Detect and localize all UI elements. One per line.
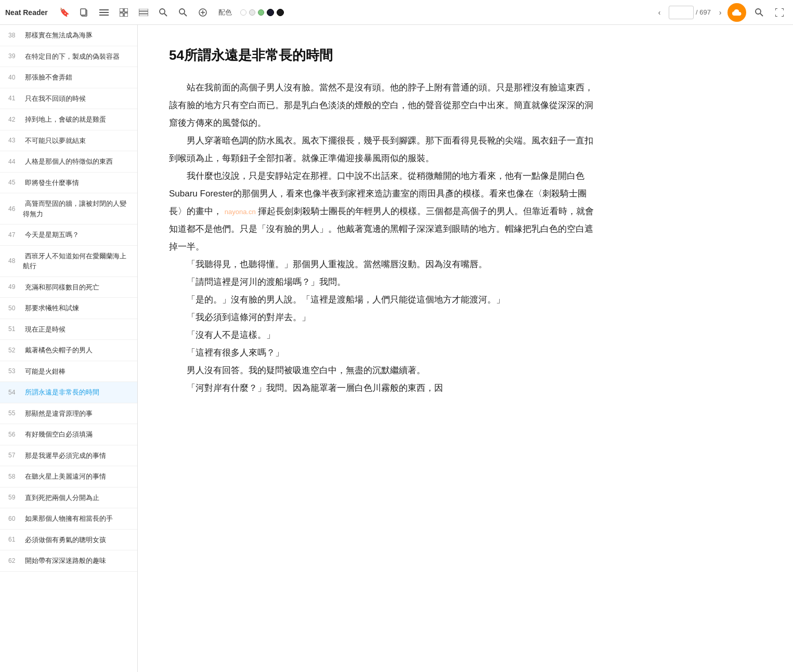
- reader-paragraph: 「我聽得見，也聽得懂。」那個男人重複說。當然嘴唇沒動。因為沒有嘴唇。: [169, 256, 595, 273]
- chapter-title: 54所謂永遠是非常長的時間: [169, 46, 762, 64]
- sidebar-item[interactable]: 61 必須做個有勇氣的聰明女孩: [0, 530, 137, 551]
- svg-line-20: [760, 14, 763, 16]
- sidebar-item[interactable]: 44 人格是那個人的特徵似的東西: [0, 151, 137, 173]
- chapter-num-label: 59: [8, 493, 23, 502]
- reader-paragraph: 「我必須到這條河的對岸去。」: [169, 309, 595, 326]
- chapter-num-label: 42: [8, 115, 23, 124]
- chapter-num-label: 38: [8, 31, 23, 40]
- sidebar-item[interactable]: 62 開始帶有深深迷路般的趣味: [0, 550, 137, 572]
- sidebar-item[interactable]: 50 那要求犧牲和試煉: [0, 298, 137, 319]
- svg-point-14: [179, 9, 185, 14]
- sidebar-item[interactable]: 46 高聳而堅固的牆，讓被封閉的人變得無力: [0, 193, 137, 225]
- color-dot-dark[interactable]: [267, 9, 274, 16]
- copy-icon[interactable]: [76, 4, 93, 21]
- main-layout: 38 那樣實在無法成為海豚39 在特定目的下，製成的偽裝容器40 那張臉不會弄錯…: [0, 25, 793, 672]
- next-page-button[interactable]: ›: [713, 5, 727, 20]
- titlebar-right: [727, 3, 788, 22]
- sidebar-item[interactable]: 47 今天是星期五嗎？: [0, 225, 137, 246]
- toolbar-icons: 🔖 配色: [56, 4, 649, 21]
- color-dot-black[interactable]: [277, 9, 284, 16]
- sidebar-item[interactable]: 38 那樣實在無法成為海豚: [0, 25, 137, 46]
- sidebar-item[interactable]: 45 即將發生什麼事情: [0, 173, 137, 194]
- sidebar-item[interactable]: 52 戴著橘色尖帽子的男人: [0, 340, 137, 361]
- fullscreen-icon[interactable]: [771, 4, 788, 21]
- chapter-num-label: 47: [8, 230, 23, 240]
- color-label: 配色: [218, 8, 232, 17]
- sidebar-item[interactable]: 56 有好幾個空白必須填滿: [0, 424, 137, 445]
- reader-paragraph: 男人沒有回答。我的疑問被吸進空白中，無盡的沉默繼續著。: [169, 362, 595, 379]
- sidebar-item[interactable]: 41 只在我不回頭的時候: [0, 88, 137, 110]
- chapter-title-label: 那要求犧牲和試煉: [23, 303, 79, 313]
- sidebar-item[interactable]: 42 掉到地上，會破的就是雞蛋: [0, 109, 137, 130]
- sidebar-item[interactable]: 48 西班牙人不知道如何在愛爾蘭海上航行: [0, 246, 137, 277]
- svg-rect-7: [120, 13, 123, 17]
- sidebar-item[interactable]: 58 在聽火星上美麗遠河的事情: [0, 466, 137, 487]
- chapter-title-label: 充滿和那同樣數目的死亡: [23, 282, 99, 293]
- chapter-num-label: 61: [8, 535, 23, 544]
- search-titlebar-icon[interactable]: [750, 4, 767, 21]
- svg-point-12: [160, 9, 165, 14]
- svg-line-13: [164, 14, 167, 16]
- chapter-num-label: 45: [8, 178, 23, 187]
- chapter-num-label: 40: [8, 73, 23, 82]
- chapter-title-label: 那樣實在無法成為海豚: [23, 30, 93, 41]
- color-dot-white[interactable]: [240, 9, 246, 16]
- chapter-title-label: 必須做個有勇氣的聰明女孩: [23, 535, 106, 545]
- chapter-num-label: 55: [8, 409, 23, 418]
- search-icon-2[interactable]: [175, 4, 191, 21]
- chapter-num-label: 53: [8, 366, 23, 376]
- sidebar-item[interactable]: 59 直到死把兩個人分開為止: [0, 487, 137, 509]
- sidebar-item[interactable]: 57 那是我遲早必須完成的事情: [0, 445, 137, 467]
- cloud-icon[interactable]: [727, 3, 746, 22]
- chapter-num-label: 39: [8, 51, 23, 61]
- svg-point-19: [756, 9, 761, 14]
- chapter-number: 54: [169, 47, 184, 63]
- color-dot-green[interactable]: [258, 9, 264, 16]
- svg-rect-6: [124, 8, 128, 12]
- page-input-group: 571 / 697: [669, 6, 711, 19]
- page-total-label: / 697: [696, 8, 711, 16]
- reader-paragraph: 「請問這裡是河川的渡船場嗎？」我問。: [169, 273, 595, 291]
- search-icon-1[interactable]: [155, 4, 172, 21]
- prev-page-button[interactable]: ‹: [652, 5, 667, 20]
- chapter-title-label: 即將發生什麼事情: [23, 178, 79, 188]
- color-dots: [240, 9, 284, 16]
- sidebar-item[interactable]: 60 如果那個人物擁有相當長的手: [0, 508, 137, 530]
- chapter-title-label: 在聽火星上美麗遠河的事情: [23, 471, 106, 482]
- chapter-title-label: 在特定目的下，製成的偽裝容器: [23, 51, 120, 62]
- sidebar-item[interactable]: 55 那顯然是違背原理的事: [0, 403, 137, 425]
- reader-paragraph: 「是的。」沒有臉的男人說。「這裡是渡船場，人們只能從這個地方才能渡河。」: [169, 291, 595, 309]
- sidebar-item[interactable]: 40 那張臉不會弄錯: [0, 67, 137, 88]
- chapter-title-label: 如果那個人物擁有相當長的手: [23, 513, 113, 524]
- menu-icon[interactable]: [96, 4, 112, 21]
- chapter-num-label: 60: [8, 514, 23, 523]
- sidebar-item[interactable]: 43 不可能只以夢就結束: [0, 130, 137, 152]
- reader-paragraph: 「這裡有很多人來嗎？」: [169, 344, 595, 362]
- chapter-title-label: 有好幾個空白必須填滿: [23, 429, 93, 440]
- bookmark-icon[interactable]: 🔖: [56, 4, 73, 21]
- sidebar-item[interactable]: 49 充滿和那同樣數目的死亡: [0, 277, 137, 298]
- page-number-input[interactable]: 571: [669, 6, 694, 19]
- sidebar-item[interactable]: 51 現在正是時候: [0, 319, 137, 340]
- plus-icon[interactable]: [194, 4, 211, 21]
- sidebar-item[interactable]: 53 可能是火鉗棒: [0, 361, 137, 383]
- chapter-title-label: 那張臉不會弄錯: [23, 72, 72, 83]
- chapter-num-label: 49: [8, 282, 23, 292]
- sidebar-item[interactable]: 39 在特定目的下，製成的偽裝容器: [0, 46, 137, 68]
- chapter-num-label: 62: [8, 556, 23, 565]
- page-navigation: ‹ 571 / 697 ›: [652, 5, 727, 20]
- grid-icon[interactable]: [115, 4, 132, 21]
- svg-rect-9: [139, 9, 148, 11]
- reader-area[interactable]: 54所謂永遠是非常長的時間 站在我前面的高個子男人沒有臉。當然不是沒有頭。他的脖…: [138, 25, 793, 672]
- chapter-num-label: 43: [8, 136, 23, 145]
- chapter-num-label: 54: [8, 388, 23, 397]
- list-icon[interactable]: [135, 4, 152, 21]
- titlebar: Neat Reader 🔖 配色: [0, 0, 793, 25]
- chapter-title-label: 高聳而堅固的牆，讓被封閉的人變得無力: [23, 199, 129, 219]
- chapter-title-label: 那是我遲早必須完成的事情: [23, 451, 106, 461]
- chapter-title-label: 直到死把兩個人分開為止: [23, 493, 99, 503]
- chapter-title-label: 戴著橘色尖帽子的男人: [23, 345, 93, 355]
- sidebar-item[interactable]: 54 所謂永遠是非常長的時間: [0, 382, 137, 403]
- color-dot-gray[interactable]: [249, 9, 255, 16]
- svg-rect-8: [124, 13, 128, 17]
